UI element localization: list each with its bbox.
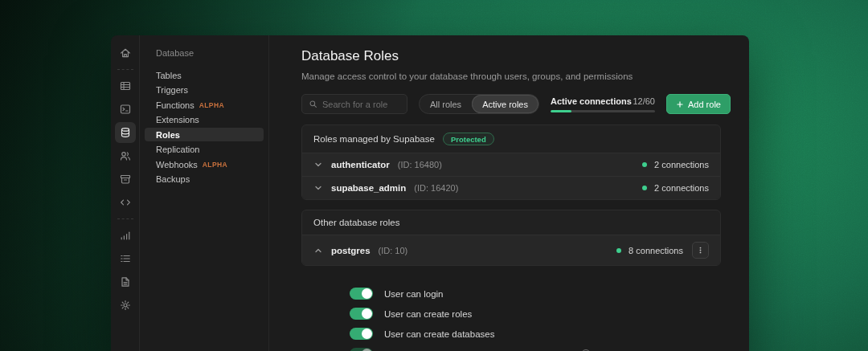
home-icon[interactable] bbox=[115, 43, 136, 63]
role-row-supabase-admin[interactable]: supabase_admin (ID: 16420) 2 connections bbox=[302, 176, 720, 199]
sidebar-item-triggers[interactable]: Triggers bbox=[145, 84, 264, 97]
alpha-badge: ALPHA bbox=[199, 101, 224, 109]
connections-progress-track bbox=[551, 110, 655, 112]
toggle-user-bypasses-rls bbox=[350, 348, 373, 351]
role-name: postgres bbox=[331, 246, 371, 255]
connection-status-dot bbox=[642, 162, 647, 167]
table-editor-icon[interactable] bbox=[115, 76, 136, 96]
connection-count: 8 connections bbox=[628, 246, 683, 255]
connection-status-dot bbox=[642, 186, 647, 190]
toggle-label: User can create roles bbox=[384, 309, 472, 319]
page-subtitle: Manage access control to your database t… bbox=[301, 71, 721, 81]
chevron-up-icon[interactable] bbox=[313, 246, 323, 255]
plus-icon bbox=[676, 100, 684, 108]
main-content: Database Roles Manage access control to … bbox=[269, 35, 749, 351]
sidebar-item-extensions[interactable]: Extensions bbox=[145, 113, 264, 127]
menu-section-label: Database bbox=[140, 48, 268, 58]
toggle-label: User can login bbox=[384, 289, 444, 299]
connection-status-dot bbox=[616, 248, 621, 253]
role-id: (ID: 10) bbox=[379, 246, 408, 255]
chevron-down-icon[interactable] bbox=[313, 160, 323, 169]
role-id: (ID: 16480) bbox=[398, 160, 442, 169]
card-title: Roles managed by Supabase bbox=[313, 134, 435, 144]
sidebar-item-tables[interactable]: Tables bbox=[145, 68, 264, 82]
toggle-user-can-create-databases[interactable] bbox=[350, 328, 373, 340]
search-icon bbox=[309, 100, 317, 108]
toggle-user-can-create-roles[interactable] bbox=[350, 308, 373, 320]
role-row-authenticator[interactable]: authenticator (ID: 16480) 2 connections bbox=[302, 153, 720, 176]
rail-divider bbox=[117, 69, 133, 70]
connection-count: 2 connections bbox=[654, 160, 709, 169]
postgres-permissions: User can login User can create roles Use… bbox=[301, 275, 721, 351]
reports-icon[interactable] bbox=[115, 225, 136, 246]
edge-functions-icon[interactable] bbox=[115, 192, 136, 213]
kebab-menu-icon bbox=[696, 246, 705, 255]
search-input-wrapper bbox=[301, 94, 407, 114]
storage-icon[interactable] bbox=[115, 169, 136, 190]
protected-badge: Protected bbox=[443, 133, 494, 145]
segment-all-roles[interactable]: All roles bbox=[420, 95, 472, 113]
controls-row: All roles Active roles Active connection… bbox=[301, 94, 721, 114]
toggle-label: User can create databases bbox=[384, 329, 494, 339]
rail-divider bbox=[117, 218, 133, 219]
card-title: Other database roles bbox=[313, 218, 399, 227]
sidebar-item-backups[interactable]: Backups bbox=[145, 173, 264, 186]
search-input[interactable] bbox=[322, 100, 400, 109]
role-name: supabase_admin bbox=[331, 183, 406, 193]
other-roles-card: Other database roles postgres (ID: 10) 8… bbox=[301, 210, 721, 266]
role-options-button[interactable] bbox=[692, 242, 709, 259]
page-title: Database Roles bbox=[301, 48, 721, 64]
connections-label: Active connections bbox=[551, 96, 632, 106]
connections-progress-fill bbox=[551, 110, 571, 112]
sidebar-item-functions[interactable]: FunctionsALPHA bbox=[145, 98, 264, 112]
app-window: Database Tables Triggers FunctionsALPHA … bbox=[111, 35, 749, 351]
sql-editor-icon[interactable] bbox=[115, 99, 136, 120]
logs-icon[interactable] bbox=[115, 248, 136, 269]
roles-filter-segmented: All roles Active roles bbox=[419, 94, 539, 114]
connection-count: 2 connections bbox=[654, 183, 709, 193]
managed-roles-card: Roles managed by Supabase Protected auth… bbox=[301, 124, 721, 200]
alpha-badge: ALPHA bbox=[203, 161, 227, 169]
segment-active-roles[interactable]: Active roles bbox=[472, 95, 538, 113]
role-row-postgres[interactable]: postgres (ID: 10) 8 connections bbox=[302, 235, 720, 265]
add-role-button[interactable]: Add role bbox=[666, 94, 731, 114]
sidebar-item-roles[interactable]: Roles bbox=[145, 128, 264, 141]
sidebar-item-webhooks[interactable]: WebhooksALPHA bbox=[145, 157, 264, 171]
icon-rail bbox=[111, 35, 140, 351]
toggle-user-can-login[interactable] bbox=[350, 288, 373, 300]
role-id: (ID: 16420) bbox=[414, 183, 458, 193]
role-name: authenticator bbox=[331, 160, 390, 169]
settings-icon[interactable] bbox=[115, 295, 136, 316]
chevron-down-icon[interactable] bbox=[313, 183, 323, 193]
sidebar-item-replication[interactable]: Replication bbox=[145, 143, 264, 157]
connections-value: 12/60 bbox=[633, 96, 655, 106]
active-connections: Active connections 12/60 bbox=[551, 96, 655, 112]
database-menu: Database Tables Triggers FunctionsALPHA … bbox=[140, 35, 269, 351]
api-docs-icon[interactable] bbox=[115, 271, 136, 292]
auth-icon[interactable] bbox=[115, 145, 136, 166]
database-icon[interactable] bbox=[115, 122, 136, 143]
